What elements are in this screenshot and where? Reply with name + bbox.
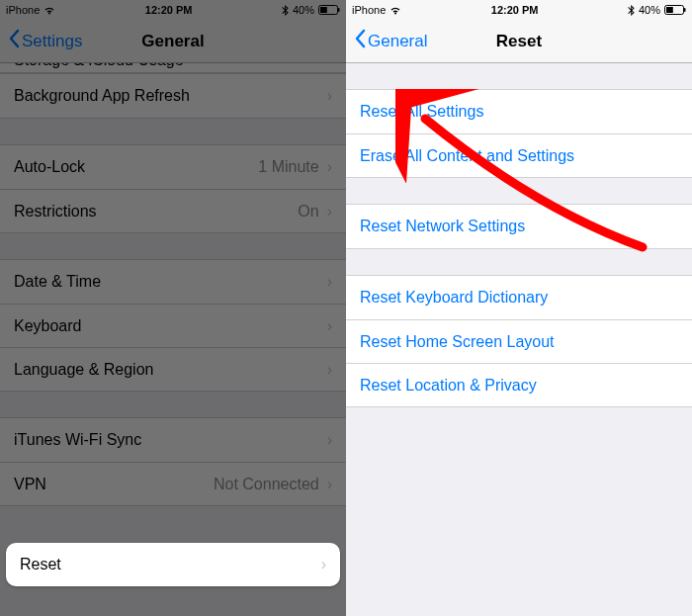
svg-rect-5 bbox=[684, 8, 686, 12]
group-lock: Auto-Lock 1 Minute› Restrictions On› bbox=[0, 144, 346, 233]
wifi-icon bbox=[389, 6, 401, 15]
back-label: Settings bbox=[22, 32, 82, 51]
cell-label: Language & Region bbox=[14, 361, 153, 379]
cell-value: On bbox=[298, 203, 318, 220]
cell-label: Reset Home Screen Layout bbox=[360, 333, 555, 351]
cell-label: Auto-Lock bbox=[14, 158, 85, 176]
row-restrictions[interactable]: Restrictions On› bbox=[0, 189, 346, 232]
chevron-right-icon: › bbox=[327, 317, 332, 335]
group-background: Background App Refresh › bbox=[0, 73, 346, 119]
wifi-icon bbox=[43, 6, 55, 15]
chevron-right-icon: › bbox=[327, 158, 332, 176]
battery-icon bbox=[664, 5, 686, 15]
reset-pane: iPhone 12:20 PM 40% General Reset bbox=[346, 0, 692, 616]
row-reset-keyboard-dictionary[interactable]: Reset Keyboard Dictionary bbox=[346, 276, 692, 319]
carrier-label: iPhone bbox=[6, 4, 40, 16]
general-settings-pane: iPhone 12:20 PM 40% Settings General bbox=[0, 0, 346, 616]
battery-icon bbox=[318, 5, 340, 15]
chevron-left-icon bbox=[8, 29, 20, 53]
row-auto-lock[interactable]: Auto-Lock 1 Minute› bbox=[0, 145, 346, 189]
row-language-region[interactable]: Language & Region › bbox=[0, 347, 346, 391]
chevron-right-icon: › bbox=[327, 273, 332, 291]
row-background-app-refresh[interactable]: Background App Refresh › bbox=[0, 74, 346, 118]
chevron-left-icon bbox=[354, 29, 366, 53]
group-reset-3: Reset Keyboard Dictionary Reset Home Scr… bbox=[346, 275, 692, 407]
cell-label: Background App Refresh bbox=[14, 87, 190, 105]
row-reset-network-settings[interactable]: Reset Network Settings bbox=[346, 205, 692, 248]
nav-bar: General Reset bbox=[346, 20, 692, 63]
bluetooth-icon bbox=[628, 5, 635, 16]
chevron-right-icon: › bbox=[327, 87, 332, 105]
settings-list: Storage & iCloud Usage Background App Re… bbox=[0, 63, 346, 506]
svg-rect-2 bbox=[338, 8, 340, 12]
row-date-time[interactable]: Date & Time › bbox=[0, 260, 346, 304]
row-reset-home-screen-layout[interactable]: Reset Home Screen Layout bbox=[346, 319, 692, 363]
chevron-right-icon: › bbox=[327, 476, 332, 493]
chevron-right-icon: › bbox=[327, 203, 332, 220]
cell-label: Reset Location & Privacy bbox=[360, 377, 537, 395]
cell-label: VPN bbox=[14, 476, 46, 493]
row-storage-icloud[interactable]: Storage & iCloud Usage bbox=[0, 63, 346, 73]
cell-label: Reset All Settings bbox=[360, 103, 483, 121]
clock-label: 12:20 PM bbox=[491, 4, 539, 16]
cell-label: Reset bbox=[20, 556, 61, 573]
chevron-right-icon: › bbox=[327, 361, 332, 379]
battery-percent: 40% bbox=[639, 4, 660, 16]
group-region: Date & Time › Keyboard › Language & Regi… bbox=[0, 259, 346, 392]
cell-label: iTunes Wi-Fi Sync bbox=[14, 431, 141, 449]
cell-label: Reset Keyboard Dictionary bbox=[360, 289, 548, 307]
clock-label: 12:20 PM bbox=[145, 4, 193, 16]
cell-label: Erase All Content and Settings bbox=[360, 147, 574, 165]
bluetooth-icon bbox=[282, 5, 289, 16]
cell-label: Date & Time bbox=[14, 273, 101, 291]
group-reset-2: Reset Network Settings bbox=[346, 204, 692, 249]
cell-label: Keyboard bbox=[14, 317, 82, 335]
svg-rect-4 bbox=[666, 7, 673, 13]
status-bar: iPhone 12:20 PM 40% bbox=[346, 0, 692, 20]
row-itunes-wifi-sync[interactable]: iTunes Wi-Fi Sync › bbox=[0, 418, 346, 462]
row-keyboard[interactable]: Keyboard › bbox=[0, 304, 346, 347]
cell-label: Storage & iCloud Usage bbox=[14, 63, 184, 69]
row-vpn[interactable]: VPN Not Connected› bbox=[0, 462, 346, 505]
cell-value: 1 Minute bbox=[258, 158, 318, 176]
back-label: General bbox=[368, 32, 427, 51]
chevron-right-icon: › bbox=[327, 431, 332, 449]
row-reset-all-settings[interactable]: Reset All Settings bbox=[346, 90, 692, 133]
status-bar: iPhone 12:20 PM 40% bbox=[0, 0, 346, 20]
reset-list: Reset All Settings Erase All Content and… bbox=[346, 63, 692, 407]
carrier-label: iPhone bbox=[352, 4, 386, 16]
svg-rect-1 bbox=[320, 7, 327, 13]
back-button-settings[interactable]: Settings bbox=[8, 29, 82, 53]
cell-label: Restrictions bbox=[14, 203, 97, 220]
row-erase-all-content[interactable]: Erase All Content and Settings bbox=[346, 133, 692, 177]
row-reset-location-privacy[interactable]: Reset Location & Privacy bbox=[346, 363, 692, 406]
nav-bar: Settings General bbox=[0, 20, 346, 63]
battery-percent: 40% bbox=[293, 4, 314, 16]
cell-value: Not Connected bbox=[214, 476, 319, 493]
row-reset-highlight[interactable]: Reset › bbox=[6, 543, 340, 586]
back-button-general[interactable]: General bbox=[354, 29, 427, 53]
chevron-right-icon: › bbox=[321, 556, 326, 573]
group-reset-1: Reset All Settings Erase All Content and… bbox=[346, 89, 692, 178]
group-sync: iTunes Wi-Fi Sync › VPN Not Connected› bbox=[0, 417, 346, 506]
cell-label: Reset Network Settings bbox=[360, 218, 525, 235]
